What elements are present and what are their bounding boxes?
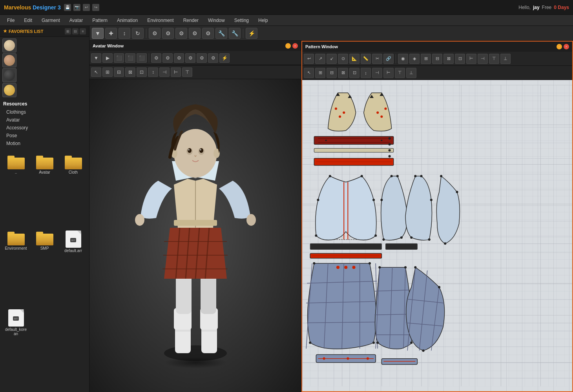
file-item-default-korean[interactable]: arr default_korean [2, 308, 29, 389]
3d-tool-10[interactable]: ⚙ [197, 53, 207, 63]
pt-grid5[interactable]: ⊢ [466, 54, 476, 64]
pt2-9[interactable]: ⊤ [395, 68, 405, 78]
thumb-item-4[interactable] [2, 83, 16, 97]
menu-pattern[interactable]: Pattern [88, 16, 111, 24]
3d-nav-4[interactable]: ⊠ [125, 67, 135, 77]
menu-animation[interactable]: Animation [113, 16, 142, 24]
pt-cut[interactable]: ✂ [372, 54, 382, 64]
sidebar-icon-2[interactable]: ⊟ [72, 28, 78, 34]
3d-tool-4[interactable]: ⬛ [125, 53, 135, 63]
pt2-4[interactable]: ⊠ [338, 68, 348, 78]
file-item-environment[interactable]: Environment [2, 229, 29, 306]
minimize-btn[interactable]: − [285, 43, 291, 49]
sidebar-nav-avatar[interactable]: Avatar [3, 116, 86, 124]
screenshot-icon[interactable]: 📷 [73, 4, 80, 11]
3d-tool-2[interactable]: ▶ [102, 53, 113, 63]
save-icon[interactable]: 💾 [64, 4, 71, 11]
pt-grid2[interactable]: ⊟ [432, 54, 442, 64]
pt2-1[interactable]: ↖ [304, 68, 314, 78]
pt2-2[interactable]: ⊞ [315, 68, 325, 78]
3d-nav-6[interactable]: ↕ [148, 67, 158, 77]
3d-tool-8[interactable]: ⚙ [174, 53, 184, 63]
menu-render[interactable]: Render [179, 16, 203, 24]
pt2-5[interactable]: ⊡ [349, 68, 359, 78]
thumb-item-3[interactable] [2, 68, 16, 82]
tool-transform[interactable]: ↕ [119, 28, 130, 39]
sidebar-nav-pose[interactable]: Pose [3, 132, 86, 140]
3d-nav-5[interactable]: ⊡ [137, 67, 147, 77]
menu-avatar[interactable]: Avatar [66, 16, 87, 24]
pt2-10[interactable]: ⊥ [406, 68, 416, 78]
thumb-item-2[interactable] [2, 53, 16, 67]
3d-nav-3[interactable]: ⊟ [114, 67, 124, 77]
pt-measure[interactable]: 📏 [361, 54, 371, 64]
pt-grid1[interactable]: ⊞ [421, 54, 431, 64]
sidebar-icon-1[interactable]: ⊞ [65, 28, 71, 34]
pt-link[interactable]: 🔗 [383, 54, 394, 64]
pt-grid7[interactable]: ⊤ [489, 54, 499, 64]
viewport-3d-content[interactable] [89, 79, 301, 392]
sidebar-nav-clothings[interactable]: Clothings [3, 108, 86, 116]
menu-window[interactable]: Window [204, 16, 229, 24]
file-item-dotdot[interactable]: .. [2, 153, 29, 227]
sidebar-nav-motion[interactable]: Motion [3, 140, 86, 147]
pt-circle[interactable]: ◉ [398, 54, 408, 64]
pattern-close-btn[interactable]: × [564, 44, 569, 49]
tool-wrench-2[interactable]: 🔧 [229, 28, 241, 39]
tool-settings-5[interactable]: ⚙ [202, 28, 214, 39]
pt-grid4[interactable]: ⊡ [455, 54, 465, 64]
3d-tool-7[interactable]: ⚙ [162, 53, 173, 63]
3d-tool-9[interactable]: ⚙ [185, 53, 195, 63]
tool-select[interactable]: ▼ [92, 28, 104, 39]
pt-arrow-2[interactable]: ↗ [315, 54, 325, 64]
pt-diamond[interactable]: ◈ [409, 54, 420, 64]
redo-icon[interactable]: ↪ [92, 4, 99, 11]
3d-tool-6[interactable]: ⚙ [151, 53, 161, 63]
tool-move[interactable] [105, 28, 117, 39]
menu-edit[interactable]: Edit [20, 16, 36, 24]
pt2-3[interactable]: ⊟ [327, 68, 337, 78]
tool-lightning[interactable]: ⚡ [246, 28, 257, 39]
3d-nav-9[interactable]: ⊤ [182, 67, 192, 77]
pt-arrow-3[interactable]: ↙ [327, 54, 337, 64]
tool-settings-1[interactable]: ⚙ [149, 28, 161, 39]
menu-setting[interactable]: Setting [230, 16, 253, 24]
sidebar-icon-3[interactable]: ≡ [80, 28, 86, 34]
3d-tool-11[interactable]: ⚙ [208, 53, 218, 63]
file-item-default-arr[interactable]: arr default.arr [60, 229, 87, 306]
pattern-minimize-btn[interactable]: − [557, 44, 562, 49]
menu-help[interactable]: Help [254, 16, 272, 24]
pt-arrow-4[interactable]: ⊙ [338, 54, 348, 64]
pt-ruler[interactable]: 📐 [349, 54, 359, 64]
3d-nav-8[interactable]: ⊢ [171, 67, 181, 77]
thumb-item-1[interactable] [2, 38, 16, 53]
tool-wrench-1[interactable]: 🔧 [215, 28, 227, 39]
menu-environment[interactable]: Environment [143, 16, 177, 24]
tool-settings-2[interactable]: ⚙ [162, 28, 174, 39]
file-item-smp[interactable]: SMP [31, 229, 58, 306]
file-item-avatar[interactable]: Avatar [31, 153, 58, 227]
menu-garment[interactable]: Garment [38, 16, 64, 24]
3d-nav-2[interactable]: ⊞ [102, 67, 113, 77]
pattern-content[interactable] [302, 80, 572, 391]
3d-tool-3[interactable]: ⬛ [114, 53, 124, 63]
file-item-cloth[interactable]: Cloth [60, 153, 87, 227]
3d-nav-7[interactable]: ⊣ [159, 67, 170, 77]
undo-icon[interactable]: ↩ [83, 4, 90, 11]
pt-grid8[interactable]: ⊥ [500, 54, 511, 64]
sidebar-nav-accessory[interactable]: Accessory [3, 124, 86, 132]
3d-tool-12[interactable]: ⚡ [219, 53, 230, 63]
3d-nav-1[interactable]: ↖ [91, 67, 101, 77]
pt2-6[interactable]: ↕ [361, 68, 371, 78]
menu-file[interactable]: File [3, 16, 18, 24]
3d-tool-5[interactable]: ⬛ [137, 53, 147, 63]
pt-grid3[interactable]: ⊠ [443, 54, 454, 64]
tool-settings-3[interactable]: ⚙ [175, 28, 187, 39]
3d-tool-1[interactable]: ▼ [91, 53, 101, 63]
pt2-8[interactable]: ⊢ [383, 68, 394, 78]
tool-settings-4[interactable]: ⚙ [189, 28, 201, 39]
pt-grid6[interactable]: ⊣ [478, 54, 488, 64]
close-btn[interactable]: × [292, 43, 298, 49]
tool-rotate[interactable]: ↻ [132, 28, 144, 39]
pt2-7[interactable]: ⊣ [372, 68, 382, 78]
